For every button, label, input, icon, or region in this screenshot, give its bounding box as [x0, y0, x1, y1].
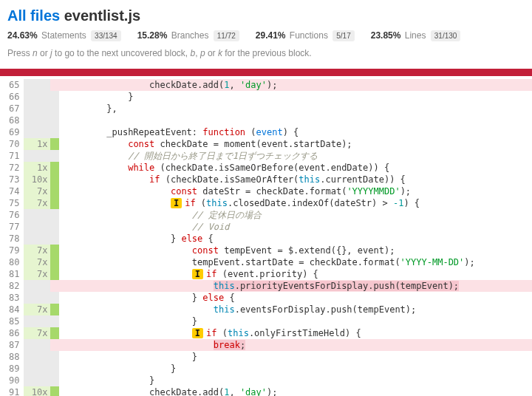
code-line: const tempEvent = $.extend({}, event);	[59, 245, 532, 256]
line-number[interactable]: 73	[9, 174, 24, 185]
hint-text: ,	[195, 48, 200, 58]
gutter-cell	[50, 197, 59, 209]
coverage-gutter	[50, 79, 59, 396]
line-hit-count: 10x	[24, 386, 50, 396]
stat-label: Functions	[290, 30, 328, 41]
breadcrumb-file: eventlist.js	[64, 7, 140, 24]
line-number[interactable]: 70	[9, 138, 24, 150]
line-number[interactable]: 77	[9, 221, 24, 233]
code-line: Iif (this.onlyFirstTimeHeld) {	[59, 327, 532, 339]
gutter-cell	[50, 162, 59, 174]
gutter-cell	[50, 150, 59, 162]
hint-text: or	[205, 48, 218, 58]
code-line: checkDate.add(1, 'day');	[59, 386, 532, 396]
gutter-cell	[50, 375, 59, 386]
line-hit-count: 1x	[24, 162, 50, 174]
hint-text: for the previous block.	[222, 48, 312, 58]
hint-text: to go to the next uncovered block,	[52, 48, 191, 58]
breadcrumb-root-link[interactable]: All files	[7, 7, 60, 24]
stat-label: Lines	[405, 30, 426, 41]
code-line: // 定休日の場合	[59, 209, 532, 221]
coverage-status-bar	[0, 69, 532, 76]
line-hit-count	[24, 79, 50, 91]
line-hit-count	[24, 221, 50, 233]
line-number[interactable]: 68	[9, 115, 24, 126]
line-hit-count: 7x	[24, 304, 50, 315]
line-number[interactable]: 82	[9, 280, 24, 292]
coverage-stats: 24.63% Statements 33/134 15.28% Branches…	[7, 30, 525, 41]
line-number[interactable]: 85	[9, 315, 24, 327]
line-number[interactable]: 89	[9, 363, 24, 375]
line-number[interactable]: 79	[9, 245, 24, 256]
line-hit-count	[24, 351, 50, 363]
code-line	[59, 115, 532, 126]
stat-fraction: 31/130	[431, 30, 461, 41]
gutter-cell	[50, 91, 59, 103]
line-number[interactable]: 75	[9, 197, 24, 209]
gutter-cell	[50, 103, 59, 115]
code-line: const dateStr = checkDate.format('YYYYMM…	[59, 185, 532, 197]
line-number[interactable]: 87	[9, 339, 24, 351]
hint-text: Press	[7, 48, 33, 58]
line-number[interactable]: 76	[9, 209, 24, 221]
line-hit-count	[24, 280, 50, 292]
line-number[interactable]: 71	[9, 150, 24, 162]
stat-pct: 29.41%	[256, 30, 286, 41]
gutter-cell	[50, 339, 59, 351]
gutter-cell	[50, 115, 59, 126]
line-number[interactable]: 69	[9, 126, 24, 138]
code-line: if (checkDate.isSameOrAfter(this.current…	[59, 174, 532, 185]
line-numbers: 6566676869707172737475767778798081828384…	[0, 79, 24, 396]
stat-pct: 15.28%	[137, 30, 168, 41]
code-line: while (checkDate.isSameOrBefore(event.en…	[59, 162, 532, 174]
code-line: _pushRepeatEvent: function (event) {	[59, 126, 532, 138]
line-number[interactable]: 90	[9, 375, 24, 386]
line-number[interactable]: 67	[9, 103, 24, 115]
gutter-cell	[50, 209, 59, 221]
line-hit-count: 7x	[24, 197, 50, 209]
line-number[interactable]: 78	[9, 233, 24, 245]
code-line: }	[59, 351, 532, 363]
gutter-cell	[50, 327, 59, 339]
line-number[interactable]: 88	[9, 351, 24, 363]
line-number[interactable]: 74	[9, 185, 24, 197]
line-hit-count	[24, 150, 50, 162]
stat-lines: 23.85% Lines 31/130	[371, 30, 461, 41]
line-hit-count	[24, 292, 50, 304]
kbd-p: p	[200, 48, 205, 58]
stat-fraction: 11/72	[214, 30, 239, 41]
line-hit-count	[24, 91, 50, 103]
gutter-cell	[50, 304, 59, 315]
line-hit-count	[24, 103, 50, 115]
gutter-cell	[50, 292, 59, 304]
code-line: checkDate.add(1, 'day');	[59, 79, 532, 91]
line-number[interactable]: 65	[9, 79, 24, 91]
line-number[interactable]: 81	[9, 268, 24, 280]
line-hit-count	[24, 126, 50, 138]
line-number[interactable]: 84	[9, 304, 24, 315]
line-number[interactable]: 86	[9, 327, 24, 339]
code-line: }	[59, 315, 532, 327]
stat-pct: 23.85%	[371, 30, 401, 41]
code-line: }	[59, 91, 532, 103]
line-hit-count	[24, 209, 50, 221]
line-counts: 1x1x10x7x7x7x7x7x7x7x10x	[24, 79, 50, 396]
line-hit-count: 7x	[24, 245, 50, 256]
code-line: const checkDate = moment(event.startDate…	[59, 138, 532, 150]
line-hit-count	[24, 315, 50, 327]
stat-fraction: 5/17	[332, 30, 354, 41]
line-number[interactable]: 66	[9, 91, 24, 103]
kbd-n: n	[33, 48, 38, 58]
line-number[interactable]: 83	[9, 292, 24, 304]
line-hit-count	[24, 233, 50, 245]
line-number[interactable]: 80	[9, 256, 24, 268]
line-number[interactable]: 72	[9, 162, 24, 174]
line-hit-count	[24, 115, 50, 126]
line-number[interactable]: 91	[9, 386, 24, 396]
gutter-cell	[50, 233, 59, 245]
code-line: } else {	[59, 233, 532, 245]
stat-branches: 15.28% Branches 11/72	[137, 30, 239, 41]
code-line: }	[59, 375, 532, 386]
code-area: 6566676869707172737475767778798081828384…	[0, 76, 532, 396]
code-line: } else {	[59, 292, 532, 304]
